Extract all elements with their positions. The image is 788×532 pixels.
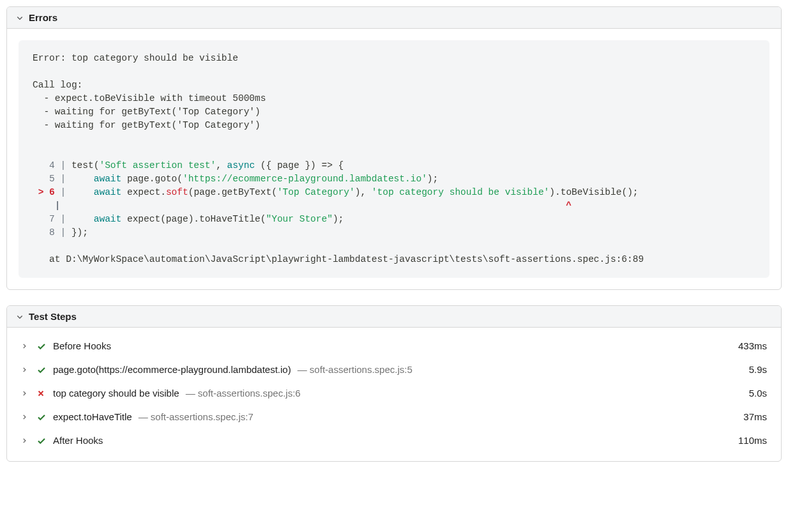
check-icon — [36, 412, 47, 422]
step-meta: — soft-assertions.spec.js:7 — [139, 411, 254, 422]
step-meta: — soft-assertions.spec.js:5 — [298, 364, 413, 375]
error-block: Error: top category should be visible Ca… — [19, 40, 769, 278]
test-steps-body: Before Hooks 433ms page.goto(https://eco… — [7, 328, 781, 461]
chevron-down-icon — [16, 313, 24, 321]
code-line-5: 5 | await page.goto('https://ecommerce-p… — [33, 174, 438, 184]
step-duration: 5.0s — [749, 388, 767, 399]
step-row[interactable]: expect.toHaveTitle — soft-assertions.spe… — [7, 405, 781, 429]
code-line-6: > 6 | await expect.soft(page.getByText('… — [33, 187, 639, 197]
code-line-8: 8 | }); — [33, 227, 88, 238]
code-caret-line: | ^ — [33, 201, 572, 211]
check-icon — [36, 341, 47, 351]
check-icon — [36, 365, 47, 375]
error-message: Error: top category should be visible — [33, 53, 238, 63]
chevron-down-icon — [16, 14, 24, 22]
call-log-1: waiting for getByText('Top Category') — [55, 107, 261, 117]
step-label: expect.toHaveTitle — [53, 411, 132, 422]
errors-body: Error: top category should be visible Ca… — [7, 29, 781, 289]
step-duration: 110ms — [738, 435, 767, 446]
call-log-2: waiting for getByText('Top Category') — [55, 120, 261, 130]
step-label: page.goto(https://ecommerce-playground.l… — [53, 364, 291, 375]
step-row[interactable]: page.goto(https://ecommerce-playground.l… — [7, 358, 781, 381]
test-steps-header[interactable]: Test Steps — [7, 306, 781, 328]
code-line-4: 4 | test('Soft assertion test', async ({… — [33, 160, 344, 171]
step-row[interactable]: top category should be visible — soft-as… — [7, 381, 781, 405]
step-row[interactable]: Before Hooks 433ms — [7, 334, 781, 358]
errors-header[interactable]: Errors — [7, 7, 781, 29]
step-meta: — soft-assertions.spec.js:6 — [186, 388, 301, 399]
step-duration: 433ms — [738, 340, 767, 351]
chevron-right-icon[interactable] — [21, 390, 30, 397]
test-steps-panel: Test Steps Before Hooks 433ms page.goto(… — [6, 305, 782, 462]
step-label: top category should be visible — [53, 388, 179, 399]
chevron-right-icon[interactable] — [21, 343, 30, 349]
call-log-0: expect.toBeVisible with timeout 5000ms — [55, 93, 266, 103]
step-duration: 37ms — [743, 411, 767, 422]
errors-title: Errors — [29, 12, 57, 23]
call-log-label: Call log: — [33, 80, 82, 90]
step-row[interactable]: After Hooks 110ms — [7, 429, 781, 452]
x-icon — [36, 389, 47, 398]
step-label: After Hooks — [53, 435, 103, 446]
chevron-right-icon[interactable] — [21, 367, 30, 373]
errors-panel: Errors Error: top category should be vis… — [6, 6, 782, 290]
chevron-right-icon[interactable] — [21, 414, 30, 420]
step-duration: 5.9s — [749, 364, 767, 375]
check-icon — [36, 436, 47, 446]
step-label: Before Hooks — [53, 340, 111, 351]
code-line-7: 7 | await expect(page).toHaveTitle("Your… — [33, 214, 344, 224]
error-stack: at D:\MyWorkSpace\automation\JavaScript\… — [33, 254, 644, 264]
chevron-right-icon[interactable] — [21, 437, 30, 444]
test-steps-title: Test Steps — [29, 311, 77, 322]
